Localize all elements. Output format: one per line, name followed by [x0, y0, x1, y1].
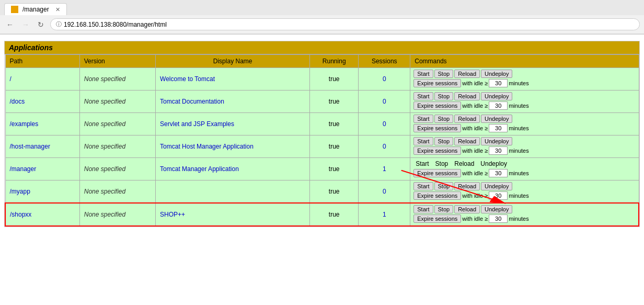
reload-button[interactable]: Reload: [454, 182, 480, 190]
start-link[interactable]: Start: [413, 160, 431, 168]
col-commands: Commands: [410, 55, 639, 68]
cell-display-name: Servlet and JSP Examples: [156, 113, 310, 135]
cell-commands: StartStopReloadUndeployExpire sessions w…: [410, 68, 639, 91]
stop-button[interactable]: Stop: [434, 205, 454, 213]
cell-sessions[interactable]: 1: [359, 158, 410, 180]
sessions-link[interactable]: 1: [383, 211, 386, 218]
reload-button[interactable]: ↻: [36, 19, 46, 30]
display-name-link[interactable]: Servlet and JSP Examples: [160, 120, 234, 128]
forward-button[interactable]: →: [20, 19, 31, 30]
back-button[interactable]: ←: [4, 19, 16, 30]
cell-sessions[interactable]: 0: [359, 113, 410, 135]
page-content: Applications Path Version Display Name R…: [0, 35, 644, 231]
undeploy-button[interactable]: Undeploy: [481, 182, 512, 190]
expire-sessions-button[interactable]: Expire sessions: [413, 79, 461, 87]
display-name-link[interactable]: Tomcat Host Manager Application: [160, 143, 254, 150]
expire-value-input[interactable]: [489, 79, 508, 87]
path-link[interactable]: /myapp: [10, 188, 30, 195]
with-idle-label: with idle ≥: [462, 125, 488, 131]
path-link[interactable]: /host-manager: [10, 143, 50, 150]
sessions-link[interactable]: 1: [383, 165, 386, 173]
stop-button[interactable]: Stop: [434, 137, 454, 145]
cell-sessions[interactable]: 0: [359, 180, 410, 204]
expire-sessions-button[interactable]: Expire sessions: [413, 146, 461, 155]
undeploy-button[interactable]: Undeploy: [481, 205, 512, 213]
with-idle-label: with idle ≥: [462, 148, 488, 154]
stop-button[interactable]: Stop: [434, 70, 454, 78]
cell-sessions[interactable]: 0: [359, 91, 410, 113]
expire-sessions-button[interactable]: Expire sessions: [413, 124, 461, 132]
expire-value-input[interactable]: [489, 169, 508, 177]
start-button[interactable]: Start: [413, 182, 433, 190]
sessions-link[interactable]: 0: [383, 188, 386, 195]
path-link[interactable]: /docs: [10, 98, 25, 105]
minutes-label: minutes: [509, 125, 529, 131]
cell-running: true: [310, 91, 359, 113]
cell-display-name: Welcome to Tomcat: [156, 68, 310, 91]
browser-tab[interactable]: /manager ✕: [4, 3, 67, 15]
section-header: Applications: [5, 41, 639, 54]
sessions-link[interactable]: 0: [383, 120, 386, 128]
cell-path[interactable]: /: [5, 68, 79, 91]
display-name-link[interactable]: Welcome to Tomcat: [160, 75, 215, 83]
cell-commands: StartStopReloadUndeployExpire sessions w…: [410, 113, 639, 135]
tab-bar: /manager ✕: [0, 0, 644, 15]
stop-link[interactable]: Stop: [433, 160, 451, 168]
cell-sessions[interactable]: 0: [359, 135, 410, 158]
undeploy-button[interactable]: Undeploy: [481, 70, 512, 78]
start-button[interactable]: Start: [413, 137, 433, 145]
cell-sessions[interactable]: 0: [359, 68, 410, 91]
undeploy-button[interactable]: Undeploy: [481, 92, 512, 100]
path-link[interactable]: /shopxx: [10, 211, 31, 218]
reload-link[interactable]: Reload: [452, 160, 476, 168]
stop-button[interactable]: Stop: [434, 182, 454, 190]
cell-version: None specified: [79, 91, 155, 113]
reload-button[interactable]: Reload: [454, 137, 480, 145]
tab-close-button[interactable]: ✕: [55, 6, 60, 13]
expire-sessions-button[interactable]: Expire sessions: [413, 169, 461, 177]
start-button[interactable]: Start: [413, 205, 433, 213]
cell-display-name: [156, 180, 310, 204]
cell-path[interactable]: /docs: [5, 91, 79, 113]
address-bar[interactable]: ⓘ 192.168.150.138:8080/manager/html: [50, 18, 640, 30]
cell-display-name: Tomcat Documentation: [156, 91, 310, 113]
cell-version: None specified: [79, 180, 155, 204]
sessions-link[interactable]: 0: [383, 98, 386, 105]
start-button[interactable]: Start: [413, 70, 433, 78]
stop-button[interactable]: Stop: [434, 92, 454, 100]
cell-path[interactable]: /shopxx: [5, 203, 79, 226]
start-button[interactable]: Start: [413, 92, 433, 100]
sessions-link[interactable]: 0: [383, 75, 386, 83]
display-name-link[interactable]: Tomcat Manager Application: [160, 165, 239, 173]
path-link[interactable]: /manager: [10, 165, 37, 173]
expire-value-input[interactable]: [489, 214, 508, 223]
cell-path[interactable]: /examples: [5, 113, 79, 135]
undeploy-button[interactable]: Undeploy: [481, 137, 512, 145]
cell-path[interactable]: /host-manager: [5, 135, 79, 158]
sessions-link[interactable]: 0: [383, 143, 386, 150]
cell-sessions[interactable]: 1: [359, 203, 410, 226]
expire-value-input[interactable]: [489, 101, 508, 110]
undeploy-link[interactable]: Undeploy: [478, 160, 509, 168]
start-button[interactable]: Start: [413, 115, 433, 123]
expire-sessions-button[interactable]: Expire sessions: [413, 214, 461, 223]
minutes-label: minutes: [509, 193, 529, 199]
display-name-link[interactable]: Tomcat Documentation: [160, 98, 224, 105]
cell-path[interactable]: /manager: [5, 158, 79, 180]
expire-value-input[interactable]: [489, 124, 508, 132]
reload-button[interactable]: Reload: [454, 205, 480, 213]
path-link[interactable]: /: [10, 75, 12, 83]
expire-sessions-button[interactable]: Expire sessions: [413, 101, 461, 110]
stop-button[interactable]: Stop: [434, 115, 454, 123]
cell-path[interactable]: /myapp: [5, 180, 79, 204]
path-link[interactable]: /examples: [10, 120, 39, 128]
display-name-link[interactable]: SHOP++: [160, 211, 185, 218]
undeploy-button[interactable]: Undeploy: [481, 115, 512, 123]
reload-button[interactable]: Reload: [454, 92, 480, 100]
expire-sessions-button[interactable]: Expire sessions: [413, 191, 461, 200]
expire-value-input[interactable]: [489, 191, 508, 200]
reload-button[interactable]: Reload: [454, 115, 480, 123]
table-row: /docsNone specifiedTomcat Documentationt…: [5, 91, 639, 113]
reload-button[interactable]: Reload: [454, 70, 480, 78]
expire-value-input[interactable]: [489, 146, 508, 155]
